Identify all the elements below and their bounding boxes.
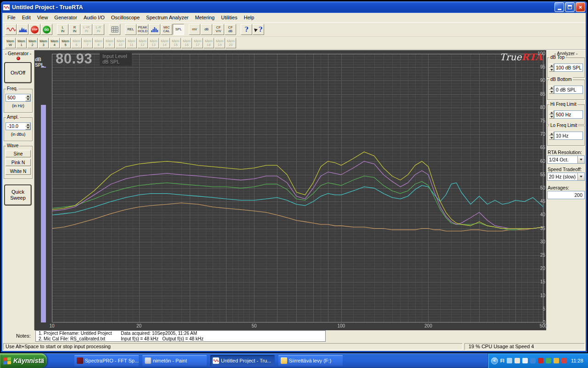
- menu-item-edit[interactable]: Edit: [19, 13, 34, 22]
- menu-item-audio-i-o[interactable]: Audio I/O: [80, 13, 108, 22]
- update-tray-icon[interactable]: [554, 358, 559, 363]
- mem-5-button[interactable]: Mem5: [60, 38, 71, 48]
- amplitude-up-button[interactable]: [25, 123, 30, 126]
- amplitude-field[interactable]: -10.0: [6, 122, 31, 130]
- close-button[interactable]: ×: [576, 2, 585, 12]
- lo-freq-field[interactable]: 10 Hz: [554, 132, 583, 140]
- graph-tray-icon[interactable]: [507, 358, 512, 363]
- task-button-spectrapro-fft-sp[interactable]: SpectraPRO - FFT Sp...: [74, 355, 139, 366]
- left-input-button[interactable]: L IN: [57, 24, 68, 35]
- rta-resolution-select[interactable]: 1/24 Oct.: [547, 155, 585, 164]
- pen-tray-icon[interactable]: [514, 358, 520, 363]
- mem-w-button[interactable]: MemW: [5, 38, 16, 48]
- menu-item-oscilloscope[interactable]: Oscilloscope: [108, 13, 143, 22]
- generator-onoff-button[interactable]: On/Off: [4, 62, 32, 83]
- mem-4-button[interactable]: Mem4: [49, 38, 60, 48]
- sine-generator-button[interactable]: [5, 24, 17, 35]
- frequency-spinner[interactable]: [25, 94, 30, 101]
- volume-tray-icon[interactable]: [522, 358, 528, 363]
- chevron-down-icon: [580, 159, 582, 161]
- task-button-nimet-n-paint[interactable]: nimetön - Paint: [142, 355, 207, 366]
- lo-freq-down-button[interactable]: [549, 136, 554, 140]
- maximize-button[interactable]: [565, 2, 575, 12]
- network-tray-icon[interactable]: [546, 358, 551, 363]
- crest-factor-vv-button[interactable]: CF V/V: [213, 24, 224, 35]
- wave-pink-noise-button[interactable]: Pink N: [6, 159, 31, 166]
- notes-field[interactable]: 1. Project Filename: Untitled ProjectDat…: [35, 330, 326, 342]
- lo-freq-up-button[interactable]: [549, 132, 554, 136]
- folder-icon: [281, 357, 287, 364]
- crest-factor-db-button[interactable]: CF dB: [225, 24, 236, 35]
- y-tick-label: 95: [530, 64, 545, 69]
- toolbar: STOPGOL INR INL+R INL-R INRELPEAK HOLDMI…: [2, 23, 586, 37]
- start-button[interactable]: Käynnistä: [0, 353, 47, 368]
- spl-button[interactable]: SPL: [173, 24, 184, 35]
- antivirus-tray-icon[interactable]: [538, 358, 543, 363]
- menu-item-help[interactable]: Help: [241, 13, 258, 22]
- wave-white-noise-button[interactable]: White N: [6, 167, 31, 175]
- mem-8-button: Mem8: [93, 38, 104, 48]
- hi-freq-down-button[interactable]: [549, 115, 554, 119]
- spectrum-view-button[interactable]: [17, 24, 28, 35]
- help-button[interactable]: ?: [241, 24, 252, 35]
- db-top-spinner[interactable]: [549, 63, 554, 72]
- wave-sine-button[interactable]: Sine: [6, 150, 31, 157]
- task-button-siirrett-v-levy-f[interactable]: Siirrettävä levy (F:): [278, 355, 343, 366]
- db-bottom-spinner[interactable]: [549, 86, 554, 94]
- wave-group: Wave Sine Pink N White N: [4, 146, 33, 179]
- hide-icons-chevron[interactable]: <: [491, 357, 498, 364]
- menu-item-metering[interactable]: Metering: [192, 13, 218, 22]
- db-bottom-up-button[interactable]: [549, 86, 554, 90]
- quick-sweep-button[interactable]: Quick Sweep: [4, 184, 32, 206]
- hi-freq-field[interactable]: 500 Hz: [554, 110, 583, 119]
- menu-item-generator[interactable]: Generator: [51, 13, 80, 22]
- context-help-button[interactable]: ?: [253, 24, 264, 35]
- menu-item-view[interactable]: View: [34, 13, 51, 22]
- display-tray-icon[interactable]: [530, 358, 536, 363]
- stop-button[interactable]: STOP: [29, 24, 40, 35]
- db-top-down-button[interactable]: [549, 68, 554, 72]
- lo-freq-spinner[interactable]: [549, 132, 554, 140]
- y-tick-label: 5: [530, 306, 545, 311]
- language-indicator[interactable]: FI: [500, 358, 504, 363]
- title-bar[interactable]: Untitled Project - TrueRTA ×: [1, 1, 587, 13]
- messenger-tray-icon[interactable]: [561, 358, 567, 363]
- menu-item-utilities[interactable]: Utilities: [218, 13, 240, 22]
- mem-1-button[interactable]: Mem1: [16, 38, 27, 48]
- speed-tradeoff-select[interactable]: 20 Hz (slow): [547, 172, 585, 181]
- relative-mode-button[interactable]: REL: [125, 24, 136, 35]
- mv-units-button[interactable]: mV: [189, 24, 200, 35]
- peak-hold-button[interactable]: PEAK HOLD: [137, 24, 148, 35]
- grid-toggle-button[interactable]: [109, 24, 120, 35]
- hi-freq-up-button[interactable]: [549, 110, 554, 115]
- lo-freq-group: Lo Freq Limit 10 Hz: [547, 126, 585, 146]
- mic-cal-button[interactable]: MIC CAL: [161, 24, 172, 35]
- bar-display-button[interactable]: [149, 24, 160, 35]
- db-bottom-field[interactable]: 0 dB SPL: [554, 86, 583, 94]
- frequency-down-button[interactable]: [25, 98, 30, 102]
- db-top-up-button[interactable]: [549, 63, 554, 68]
- right-input-button[interactable]: R IN: [69, 24, 80, 35]
- frequency-field[interactable]: 500: [6, 94, 31, 102]
- go-button[interactable]: GO: [41, 24, 52, 35]
- amplitude-down-button[interactable]: [25, 126, 30, 130]
- frequency-up-button[interactable]: [25, 94, 30, 98]
- db-bottom-down-button[interactable]: [549, 90, 554, 94]
- amplitude-spinner[interactable]: [25, 123, 30, 130]
- rta-resolution-dropdown-button[interactable]: [577, 156, 584, 163]
- averages-field[interactable]: 200: [547, 191, 585, 199]
- task-button-untitled-project-tru[interactable]: Untitled Project - Tru...: [210, 355, 275, 366]
- mem-3-button[interactable]: Mem3: [38, 38, 49, 48]
- hi-freq-spinner[interactable]: [549, 110, 554, 119]
- speed-tradeoff-dropdown-button[interactable]: [577, 173, 584, 180]
- taskbar-clock[interactable]: 11:28: [571, 358, 583, 363]
- input-level-readout-label: Input Level dB SPL: [100, 52, 132, 66]
- minimize-button[interactable]: [554, 2, 564, 12]
- menu-item-spectrum-analyzer[interactable]: Spectrum Analyzer: [143, 13, 192, 22]
- input-level-readout: 80.93: [56, 51, 92, 67]
- db-units-button[interactable]: dB: [201, 24, 212, 35]
- db-top-field[interactable]: 100 dB SPL: [554, 63, 583, 72]
- y-axis-title: dB SPL: [34, 57, 51, 68]
- menu-item-file[interactable]: File: [4, 13, 19, 22]
- mem-2-button[interactable]: Mem2: [27, 38, 38, 48]
